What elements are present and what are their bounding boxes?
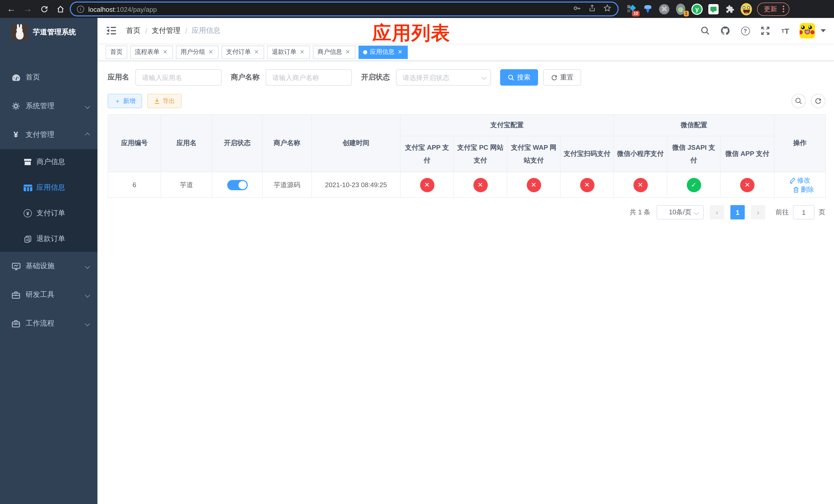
github-icon[interactable]: [720, 25, 731, 37]
font-size-icon[interactable]: TT: [780, 25, 791, 37]
page-annotation: 应用列表: [372, 21, 450, 46]
sidebar-logo[interactable]: 芋道管理系统: [0, 18, 97, 47]
breadcrumb-pay[interactable]: 支付管理: [152, 26, 180, 36]
logo-rabbit-image: [11, 24, 28, 41]
sidebar-item-workflow[interactable]: 工作流程: [0, 309, 97, 338]
password-key-icon[interactable]: [573, 4, 581, 14]
goto-page-input[interactable]: [793, 205, 814, 220]
col-wx-jsapi: 微信 JSAPI 支付: [667, 136, 720, 172]
prev-page-button[interactable]: ‹: [710, 205, 724, 220]
export-button[interactable]: 导出: [147, 94, 181, 108]
sidebar-item-devtools[interactable]: 研发工具: [0, 280, 97, 309]
breadcrumb-app-info: 应用信息: [192, 26, 221, 36]
tab-app-info[interactable]: 应用信息✕: [358, 45, 408, 59]
tab-pay-order[interactable]: 支付订单✕: [222, 45, 264, 59]
total-count: 共 1 条: [630, 208, 650, 217]
forward-icon[interactable]: →: [21, 2, 35, 16]
search-button[interactable]: 搜索: [500, 69, 538, 86]
close-icon[interactable]: ✕: [397, 49, 403, 55]
delete-link[interactable]: 删除: [793, 185, 814, 194]
group-alipay-config: 支付宝配置: [400, 115, 614, 136]
page-unit-label: 页: [819, 208, 825, 217]
dashboard-icon: [11, 74, 21, 81]
sidebar-item-system[interactable]: 系统管理: [0, 92, 97, 120]
user-avatar[interactable]: [799, 23, 815, 39]
sidebar-item-pay[interactable]: ¥ 支付管理: [0, 120, 97, 149]
sidebar-item-home[interactable]: 首页: [0, 63, 97, 92]
refresh-button[interactable]: [811, 94, 825, 108]
add-button[interactable]: ＋ 新增: [108, 94, 142, 108]
reload-icon[interactable]: [37, 2, 51, 16]
current-page-button[interactable]: 1: [730, 205, 745, 220]
sidebar-item-merchant-info[interactable]: 商户信息: [0, 149, 97, 175]
sidebar-item-pay-order[interactable]: ¥ 支付订单: [0, 201, 97, 226]
close-icon[interactable]: ✕: [345, 49, 351, 55]
extension-y-icon[interactable]: y: [692, 3, 703, 15]
profile-avatar[interactable]: [741, 3, 752, 15]
extension-command-icon[interactable]: ⌘: [659, 3, 670, 15]
back-icon[interactable]: ←: [4, 2, 19, 16]
app-name-input[interactable]: [135, 69, 222, 86]
col-wx-app: 微信 APP 支付: [720, 136, 774, 172]
gear-icon: [11, 102, 21, 110]
document-icon: [23, 235, 32, 243]
extensions-puzzle-icon[interactable]: [724, 3, 736, 15]
col-created: 创建时间: [312, 115, 400, 172]
status-select[interactable]: [396, 69, 491, 86]
site-info-icon[interactable]: i: [77, 5, 84, 13]
breadcrumb-home[interactable]: 首页: [126, 26, 140, 36]
extension-blocks-icon[interactable]: 10: [626, 3, 637, 15]
close-icon[interactable]: ✕: [208, 49, 214, 55]
page-size-select[interactable]: 10条/页: [657, 205, 704, 220]
storefront-icon: [23, 158, 32, 166]
breadcrumb: 首页 / 支付管理 / 应用信息: [126, 26, 221, 36]
home-icon[interactable]: [53, 2, 68, 16]
alipay-wap-status-icon: [527, 178, 541, 192]
extension-chat-icon[interactable]: [708, 3, 719, 15]
toggle-search-button[interactable]: [791, 94, 806, 108]
extension-gem-icon[interactable]: [642, 3, 654, 15]
group-wechat-config: 微信配置: [614, 115, 774, 136]
enabled-toggle[interactable]: [227, 180, 247, 190]
fullscreen-icon[interactable]: [760, 25, 771, 37]
close-icon[interactable]: ✕: [162, 49, 168, 55]
table-row: 6 芋道 芋道源码 2021-10-23 08:49:25: [108, 172, 826, 198]
col-app-name: 应用名: [161, 115, 212, 172]
next-page-button[interactable]: ›: [751, 205, 765, 220]
tab-merchant-info[interactable]: 商户信息✕: [313, 45, 355, 59]
monitor-icon: [11, 262, 21, 270]
search-icon[interactable]: [700, 25, 711, 37]
tab-refund-order[interactable]: 退款订单✕: [267, 45, 310, 59]
table-grid-icon: [23, 184, 32, 191]
wx-app-status-icon: [740, 178, 754, 192]
edit-link[interactable]: 修改: [789, 176, 810, 185]
browser-menu-icon[interactable]: [781, 6, 786, 12]
sidebar: 芋道管理系统 首页 系统管理 ¥ 支付管理: [0, 18, 97, 504]
alipay-pc-status-icon: [473, 178, 487, 192]
close-icon[interactable]: ✕: [254, 49, 260, 55]
help-icon[interactable]: ?: [740, 25, 751, 37]
plus-icon: ＋: [114, 97, 120, 105]
user-menu-caret-icon[interactable]: [821, 29, 826, 32]
bookmark-star-icon[interactable]: [603, 4, 611, 14]
chevron-up-icon: [85, 132, 90, 137]
cell-app-name: 芋道: [161, 172, 212, 198]
sidebar-item-refund-order[interactable]: 退款订单: [0, 226, 97, 252]
tab-process-form[interactable]: 流程表单✕: [130, 45, 173, 59]
yen-circle-icon: ¥: [23, 209, 32, 217]
merchant-name-input[interactable]: [266, 69, 352, 86]
address-bar[interactable]: i localhost:1024/pay/app: [70, 2, 619, 17]
share-icon[interactable]: [588, 4, 596, 14]
cell-merchant: 芋道源码: [262, 172, 312, 198]
collapse-sidebar-icon[interactable]: [106, 25, 117, 37]
col-alipay-pc: 支付宝 PC 网站支付: [454, 136, 507, 172]
tab-home[interactable]: 首页✕: [106, 45, 127, 59]
close-icon[interactable]: ✕: [299, 49, 305, 55]
tabs-bar: 首页✕ 流程表单✕ 用户分组✕ 支付订单✕ 退款订单✕ 商户信息✕ 应用信息✕: [97, 44, 834, 61]
reset-button[interactable]: 重置: [543, 69, 581, 86]
chrome-update-button[interactable]: 更新: [757, 2, 789, 16]
sidebar-item-app-info[interactable]: 应用信息: [0, 175, 97, 201]
tab-user-group[interactable]: 用户分组✕: [176, 45, 219, 59]
extension-avocado-icon[interactable]: 1: [675, 3, 686, 15]
sidebar-item-infra[interactable]: 基础设施: [0, 252, 97, 280]
